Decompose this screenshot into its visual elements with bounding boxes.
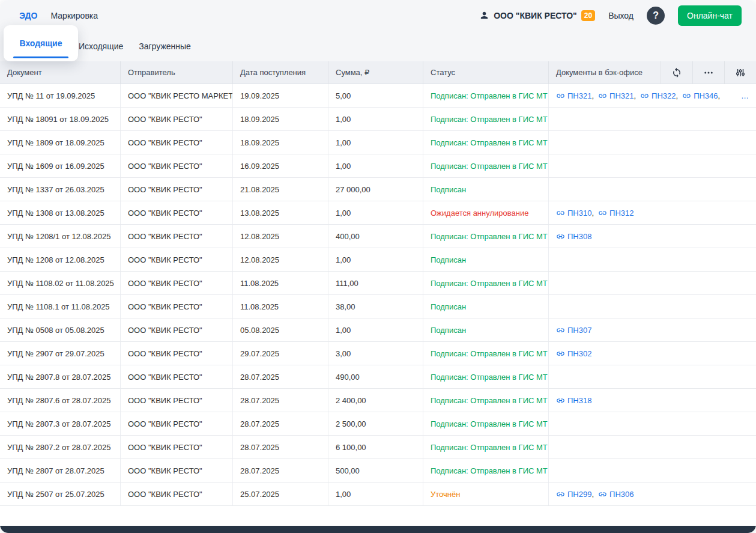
sum-cell: 6 100,00: [328, 436, 423, 458]
tab-outgoing[interactable]: Исходящие: [79, 41, 123, 51]
sender-cell: ООО "КВИК РЕСТО": [120, 108, 232, 130]
table-row[interactable]: УПД № 1337 от 26.03.2025ООО "КВИК РЕСТО"…: [0, 178, 756, 201]
help-button[interactable]: ?: [647, 7, 665, 25]
table-row[interactable]: УПД № 1108.02 от 11.08.2025ООО "КВИК РЕС…: [0, 272, 756, 295]
status-cell: Подписан: Отправлен в ГИС МТ: [423, 389, 548, 412]
link-icon: [556, 326, 565, 335]
table-row[interactable]: УПД № 1108.1 от 11.08.2025ООО "КВИК РЕСТ…: [0, 295, 756, 318]
link-icon: [556, 396, 565, 405]
date-cell: 13.08.2025: [232, 201, 328, 224]
status-cell: Ожидается аннулирование: [423, 201, 548, 224]
status-cell: Подписан: [423, 178, 548, 201]
table-body: УПД № 11 от 19.09.2025ООО "КВИК РЕСТО МА…: [0, 84, 756, 506]
online-chat-button[interactable]: Онлайн-чат: [678, 5, 742, 26]
column-header-backoffice[interactable]: Документы в бэк-офисе: [548, 61, 661, 84]
backoffice-doc-link[interactable]: ПН321: [598, 91, 634, 100]
table-row[interactable]: УПД № 2807.8 от 28.07.2025ООО "КВИК РЕСТ…: [0, 365, 756, 389]
backoffice-cell: [548, 108, 756, 130]
sender-cell: ООО "КВИК РЕСТО": [120, 459, 232, 482]
status-cell: Подписан: Отправлен в ГИС МТ: [423, 225, 548, 248]
backoffice-doc-link[interactable]: ПН299: [556, 490, 591, 499]
status-cell: Подписан: Отправлен в ГИС МТ: [423, 412, 548, 435]
backoffice-doc-link[interactable]: ПН318: [556, 396, 591, 405]
column-header-document[interactable]: Документ: [0, 61, 120, 84]
table-row[interactable]: УПД № 1609 от 16.09.2025ООО "КВИК РЕСТО"…: [0, 154, 756, 178]
backoffice-doc-link[interactable]: ПН321: [556, 91, 591, 100]
backoffice-doc-link[interactable]: ПН322: [640, 91, 676, 100]
document-cell: УПД № 1609 от 16.09.2025: [0, 154, 120, 177]
sender-cell: ООО "КВИК РЕСТО": [120, 154, 232, 177]
column-header-sum[interactable]: Сумма, ₽: [328, 61, 423, 84]
table-row[interactable]: УПД № 18091 от 18.09.2025ООО "КВИК РЕСТО…: [0, 108, 756, 131]
separator: ,: [676, 91, 679, 100]
table-row[interactable]: УПД № 2807.3 от 28.07.2025ООО "КВИК РЕСТ…: [0, 412, 756, 436]
sliders-icon: [735, 67, 746, 78]
backoffice-doc-link[interactable]: ПН312: [598, 209, 634, 218]
sum-cell: 3,00: [328, 342, 423, 365]
sum-cell: 27 000,00: [328, 178, 423, 201]
link-icon: [598, 490, 607, 499]
table-header: Документ Отправитель Дата поступления Су…: [0, 61, 756, 84]
status-cell: Подписан: Отправлен в ГИС МТ: [423, 436, 548, 458]
backoffice-doc-label: ПН321: [567, 91, 591, 100]
separator: ,: [591, 490, 594, 499]
logout-link[interactable]: Выход: [608, 11, 634, 20]
table-row[interactable]: УПД № 2807.6 от 28.07.2025ООО "КВИК РЕСТ…: [0, 389, 756, 412]
date-cell: 28.07.2025: [232, 389, 328, 412]
table-row[interactable]: УПД № 11 от 19.09.2025ООО "КВИК РЕСТО МА…: [0, 84, 756, 108]
document-cell: УПД № 1208/1 от 12.08.2025: [0, 225, 120, 248]
filter-button[interactable]: [724, 61, 756, 84]
document-cell: УПД № 2907 от 29.07.2025: [0, 342, 120, 365]
backoffice-doc-link[interactable]: ПН346: [682, 91, 718, 100]
link-icon: [682, 91, 691, 100]
date-cell: 21.08.2025: [232, 178, 328, 201]
column-header-date[interactable]: Дата поступления: [232, 61, 328, 84]
document-cell: УПД № 2807.3 от 28.07.2025: [0, 412, 120, 435]
document-cell: УПД № 2807.6 от 28.07.2025: [0, 389, 120, 412]
date-cell: 19.09.2025: [232, 84, 328, 107]
backoffice-doc-link[interactable]: ПН310: [556, 209, 591, 218]
topbar-right: ООО "КВИК РЕСТО" 20 Выход ? Онлайн-чат: [479, 5, 742, 26]
tab-uploaded[interactable]: Загруженные: [139, 41, 191, 51]
date-cell: 28.07.2025: [232, 365, 328, 388]
date-cell: 05.08.2025: [232, 318, 328, 341]
sender-cell: ООО "КВИК РЕСТО": [120, 389, 232, 412]
date-cell: 28.07.2025: [232, 412, 328, 435]
backoffice-doc-link[interactable]: ПН302: [556, 349, 591, 358]
date-cell: 11.08.2025: [232, 272, 328, 294]
table-row[interactable]: УПД № 2907 от 29.07.2025ООО "КВИК РЕСТО"…: [0, 342, 756, 365]
backoffice-doc-link[interactable]: ПН308: [556, 232, 591, 241]
sender-cell: ООО "КВИК РЕСТО": [120, 483, 232, 505]
table-row[interactable]: УПД № 1208/1 от 12.08.2025ООО "КВИК РЕСТ…: [0, 225, 756, 248]
table-row[interactable]: УПД № 1308 от 13.08.2025ООО "КВИК РЕСТО"…: [0, 201, 756, 225]
more-button[interactable]: [692, 61, 724, 84]
column-header-sender[interactable]: Отправитель: [120, 61, 232, 84]
table-row[interactable]: УПД № 2807 от 28.07.2025ООО "КВИК РЕСТО"…: [0, 459, 756, 483]
status-cell: Подписан: Отправлен в ГИС МТ: [423, 108, 548, 130]
backoffice-doc-link[interactable]: ПН307: [556, 326, 591, 335]
backoffice-cell: ПН307: [548, 318, 756, 341]
table-row[interactable]: УПД № 2507 от 25.07.2025ООО "КВИК РЕСТО"…: [0, 483, 756, 506]
org-name: ООО "КВИК РЕСТО": [494, 11, 577, 20]
nav-item-marking[interactable]: Маркировка: [50, 11, 98, 20]
column-header-status[interactable]: Статус: [423, 61, 548, 84]
table-row[interactable]: УПД № 1208 от 12.08.2025ООО "КВИК РЕСТО"…: [0, 248, 756, 272]
refresh-button[interactable]: [661, 61, 692, 84]
sum-cell: 1,00: [328, 201, 423, 224]
table-row[interactable]: УПД № 1809 от 18.09.2025ООО "КВИК РЕСТО"…: [0, 131, 756, 154]
document-cell: УПД № 2807.2 от 28.07.2025: [0, 436, 120, 458]
separator: ,: [634, 91, 636, 100]
table-row[interactable]: УПД № 2807.2 от 28.07.2025ООО "КВИК РЕСТ…: [0, 436, 756, 459]
document-cell: УПД № 1108.02 от 11.08.2025: [0, 272, 120, 294]
tab-incoming[interactable]: Входящие: [4, 25, 78, 61]
nav-item-edo[interactable]: ЭДО: [19, 11, 37, 20]
refresh-icon: [671, 67, 682, 78]
backoffice-doc-label: ПН318: [567, 396, 591, 405]
backoffice-doc-link[interactable]: ПН306: [598, 490, 634, 499]
backoffice-doc-label: ПН308: [567, 232, 591, 241]
document-cell: УПД № 18091 от 18.09.2025: [0, 108, 120, 130]
org-switcher[interactable]: ООО "КВИК РЕСТО" 20: [479, 10, 595, 21]
table-row[interactable]: УПД № 0508 от 05.08.2025ООО "КВИК РЕСТО"…: [0, 318, 756, 342]
backoffice-doc-label: ПН346: [694, 91, 718, 100]
bottom-scrollbar[interactable]: [0, 526, 756, 533]
